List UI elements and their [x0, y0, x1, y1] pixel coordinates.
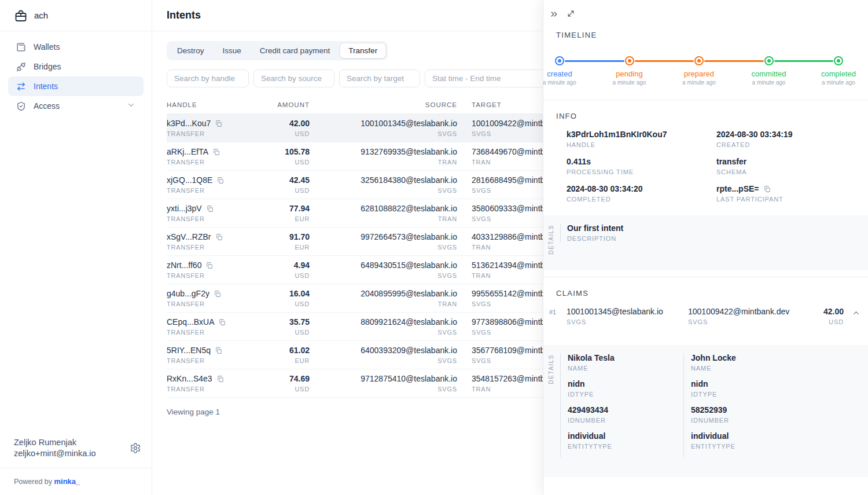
copy-icon[interactable] [216, 177, 224, 184]
expand-panel-button[interactable] [567, 9, 575, 19]
source-wallet: SVGS [310, 272, 457, 279]
info-field: transfer SCHEMA [716, 157, 855, 175]
timeline: createda minute agopendinga minute agopr… [543, 54, 868, 89]
intent-currency: USD [268, 386, 310, 393]
info-field: 2024-08-30 03:34:19 CREATED [716, 130, 855, 148]
claim-detail-field: nidn IDTYPE [568, 379, 683, 398]
tab-credit-card-payment[interactable]: Credit card payment [251, 43, 339, 58]
claim-detail-value: nidn [691, 379, 855, 388]
bridge-plug-icon [16, 62, 26, 72]
info-field-label: HANDLE [567, 141, 716, 148]
tab-destroy[interactable]: Destroy [168, 43, 213, 58]
claim-detail-label: ENTITYTYPE [691, 443, 855, 450]
timeline-step-label: completed [804, 69, 868, 78]
intent-handle: yxti...j3pV [167, 204, 202, 213]
info-field-value: 2024-08-30 03:34:19 [716, 130, 793, 139]
intent-handle: zNrt...ff60 [167, 261, 201, 270]
claim-row[interactable]: #1 1001001345@teslabank.io SVGS 10010094… [543, 298, 868, 332]
copy-icon[interactable] [214, 290, 221, 298]
copy-icon[interactable] [215, 233, 223, 241]
search-by-source-input[interactable] [253, 69, 334, 87]
copy-icon[interactable] [212, 148, 220, 156]
copy-icon[interactable] [215, 120, 222, 127]
timeline-segment [635, 60, 694, 62]
sidebar-item-label: Bridges [34, 62, 61, 71]
timeline-node-completed [834, 56, 843, 65]
intent-type: TRANSFER [167, 244, 268, 251]
timeline-step-time: a minute ago [525, 79, 594, 86]
sidebar-item-bridges[interactable]: Bridges [8, 57, 144, 76]
minka-link[interactable]: minka_ [54, 477, 80, 486]
timeline-step-time: a minute ago [734, 79, 804, 86]
info-field-value: rpte...pSE= [716, 184, 759, 193]
intent-handle: RxKn...S4e3 [167, 374, 212, 383]
claim-details-section: DETAILS Nikola Tesla NAME nidn IDTYPE 42… [543, 345, 868, 477]
column-header-handle: HANDLE [167, 101, 268, 108]
sidebar-spacer [0, 116, 152, 437]
details-vertical-label: DETAILS [548, 354, 554, 384]
claim-detail-label: IDTYPE [568, 391, 683, 398]
claim-detail-field: 429493434 IDNUMBER [568, 405, 683, 424]
description-section: DETAILS Our first intent DESCRIPTION [543, 215, 868, 270]
user-email: zeljko+mint@minka.io [14, 448, 130, 459]
tab-issue[interactable]: Issue [214, 43, 250, 58]
claim-detail-label: IDNUMBER [691, 417, 855, 424]
intent-amount: 42.00 [268, 119, 310, 128]
claim-currency: USD [797, 318, 844, 325]
collapse-panel-button[interactable] [549, 9, 559, 19]
wallet-icon [16, 42, 26, 52]
intent-currency: EUR [268, 215, 310, 222]
settings-button[interactable] [130, 442, 141, 454]
copy-icon[interactable] [218, 318, 226, 326]
info-field-value: k3PdrLoh1m1BnKIr0Kou7 [567, 130, 667, 139]
source-wallet: TRAN [310, 215, 457, 222]
copy-icon[interactable] [763, 185, 771, 193]
schema-tabs: Destroy Issue Credit card payment Transf… [167, 41, 388, 60]
intent-source: 2040895995@teslabank.io [310, 289, 457, 298]
claim-detail-value: individual [568, 431, 683, 441]
sidebar-item-intents[interactable]: Intents [8, 76, 144, 96]
intent-type: TRANSFER [167, 272, 268, 279]
chevron-down-icon[interactable] [127, 101, 135, 111]
app-logo-icon [14, 9, 28, 23]
collapse-claim-button[interactable] [844, 307, 868, 317]
intent-currency: USD [268, 272, 310, 279]
source-wallet: TRAN [310, 159, 457, 166]
description-value: Our first intent [567, 223, 855, 233]
sidebar-item-wallets[interactable]: Wallets [8, 37, 144, 57]
info-title: INFO [556, 112, 868, 120]
info-grid: k3PdrLoh1m1BnKIr0Kou7 HANDLE 2024-08-30 … [567, 130, 855, 203]
intent-handle: g4ub...gF2y [167, 289, 209, 298]
claim-detail-field: 58252939 IDNUMBER [691, 405, 855, 424]
search-by-handle-input[interactable] [167, 69, 249, 87]
intent-source: 1001001345@teslabank.io [310, 119, 457, 128]
intent-source: 6281088822@teslabank.io [310, 204, 457, 213]
timeline-segment [774, 60, 834, 62]
intent-amount: 74.69 [268, 374, 310, 383]
copy-icon[interactable] [205, 262, 213, 269]
timeline-node-committed [764, 56, 774, 65]
copy-icon[interactable] [216, 375, 224, 383]
copy-icon[interactable] [215, 347, 222, 354]
claim-detail-value: John Locke [691, 353, 855, 362]
search-by-target-input[interactable] [339, 69, 420, 87]
info-field-label: PROCESSING TIME [567, 168, 716, 175]
details-vertical-label: DETAILS [548, 225, 554, 254]
claim-detail-label: IDTYPE [691, 391, 855, 398]
sidebar-nav: Wallets Bridges Intents Access [0, 31, 152, 116]
source-wallet: SVGS [310, 386, 457, 393]
claim-index: #1 [549, 307, 567, 316]
intent-type: TRANSFER [167, 159, 268, 166]
copy-icon[interactable] [206, 205, 214, 212]
source-wallet: SVGS [310, 187, 457, 194]
intent-source: 9712875410@teslabank.io [310, 374, 457, 383]
claim-amount: 42.00 [797, 307, 844, 316]
tab-transfer[interactable]: Transfer [340, 43, 386, 58]
claim-source-handle: 1001001345@teslabank.io [567, 307, 688, 316]
intent-amount: 61.02 [268, 346, 310, 355]
sidebar-item-access[interactable]: Access [8, 96, 144, 116]
chevrons-right-icon [549, 9, 559, 19]
source-wallet: SVGS [310, 329, 457, 336]
intent-type: TRANSFER [167, 300, 268, 307]
intent-amount: 35.75 [268, 317, 310, 327]
